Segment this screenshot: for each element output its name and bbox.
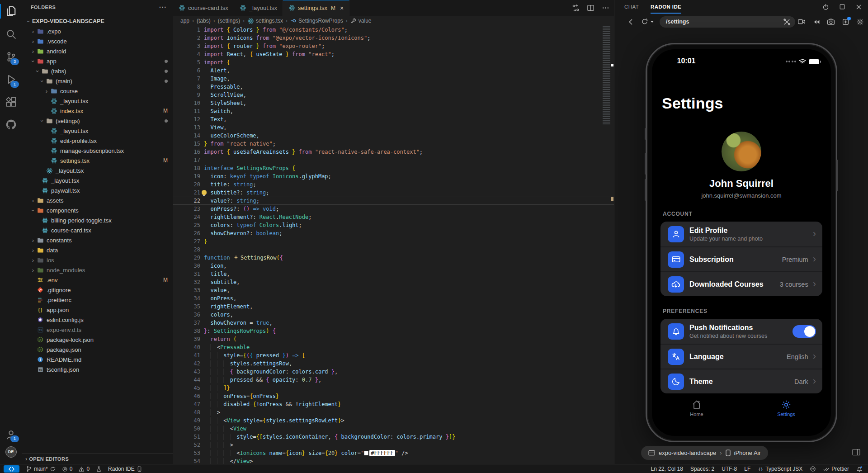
panel-tab-radon-ide[interactable]: RADON IDE [651, 0, 681, 14]
tree-item-tsconfig-json[interactable]: TStsconfig.json [22, 364, 173, 374]
tree-item--expo[interactable]: ›.expo [22, 26, 173, 36]
code-line-52[interactable]: 52 > [173, 441, 614, 449]
language-mode[interactable]: {}TypeScript JSX [758, 466, 802, 472]
explorer-icon[interactable] [0, 0, 22, 23]
tree-item--prettierrc[interactable]: .prettierrc [22, 295, 173, 305]
code-line-39[interactable]: 39 return ( [173, 335, 614, 343]
code-line-30[interactable]: 30 icon, [173, 262, 614, 270]
code-line-29[interactable]: 29function SettingsRow({ [173, 254, 614, 262]
tab-settings[interactable]: Settings [759, 399, 813, 417]
code-line-28[interactable]: 28 [173, 246, 614, 254]
copilot[interactable] [810, 466, 816, 472]
settings-row-push-notifications[interactable]: Push NotificationsGet notified about new… [660, 319, 822, 344]
tree-item--gitignore[interactable]: .gitignore [22, 285, 173, 295]
code-area[interactable]: 1import { Colors } from "@/constants/Col… [173, 26, 614, 464]
errors[interactable]: 0 [62, 466, 73, 472]
reload-icon[interactable] [641, 18, 648, 25]
tree-item-constants[interactable]: ›constants [22, 235, 173, 245]
code-line-18[interactable]: 18interface SettingsRowProps { [173, 164, 614, 172]
code-line-43[interactable]: 43 { backgroundColor: colors.card }, [173, 368, 614, 376]
tree-item--layout-tsx[interactable]: _layout.tsx [22, 166, 173, 175]
code-line-16[interactable]: 16import { useSafeAreaInsets } from "rea… [173, 148, 614, 156]
tree-item-paywall-tsx[interactable]: paywall.tsx [22, 185, 173, 195]
code-line-11[interactable]: 11 Switch, [173, 107, 614, 115]
cursor-position[interactable]: Ln 22, Col 18 [651, 466, 683, 472]
code-line-13[interactable]: 13 View, [173, 123, 614, 132]
tree-item-package-lock-json[interactable]: JSpackage-lock.json [22, 335, 173, 345]
code-line-32[interactable]: 32 subtitle, [173, 278, 614, 286]
tree-item--layout-tsx[interactable]: _layout.tsx [22, 96, 173, 106]
code-line-51[interactable]: 51 style={[styles.iconContainer, { backg… [173, 433, 614, 441]
code-line-33[interactable]: 33 value, [173, 286, 614, 294]
github-icon[interactable] [0, 113, 22, 136]
tree-item-ios[interactable]: ›ios [22, 255, 173, 265]
code-line-8[interactable]: 8 Pressable, [173, 83, 614, 91]
tab--layout-tsx[interactable]: _layout.tsx [234, 0, 283, 16]
tree-item-package-json[interactable]: JSpackage.json [22, 345, 173, 355]
tree-item-eslint-config-js[interactable]: eslint.config.js [22, 315, 173, 325]
code-line-15[interactable]: 15} from "react-native"; [173, 140, 614, 148]
tree-item-app-json[interactable]: {}app.json [22, 305, 173, 315]
code-line-34[interactable]: 34 onPress, [173, 294, 614, 303]
code-line-21[interactable]: 21 subtitle?: string; [173, 189, 614, 197]
code-line-50[interactable]: 50 <View [173, 425, 614, 433]
debug-badge-icon[interactable] [842, 18, 849, 26]
code-line-9[interactable]: 9 ScrollView, [173, 91, 614, 99]
profile-avatar[interactable] [722, 132, 761, 171]
code-line-47[interactable]: 47 disabled={!onPress && !rightElement} [173, 400, 614, 408]
tree-item-settings-tsx[interactable]: settings.tsxM [22, 156, 173, 166]
settings-row-language[interactable]: LanguageEnglish› [660, 344, 822, 369]
code-line-31[interactable]: 31 title, [173, 270, 614, 278]
tree-item--settings-[interactable]: ›(settings) [22, 116, 173, 126]
settings-row-edit-profile[interactable]: Edit ProfileUpdate your name and photo› [660, 222, 822, 246]
code-line-49[interactable]: 49 <View style={styles.settingsRowLeft}> [173, 416, 614, 425]
code-line-46[interactable]: 46 onPress={onPress} [173, 392, 614, 400]
tree-root[interactable]: ›EXPO-VIDEO-LANDSCAPE [22, 16, 173, 26]
tree-item-app[interactable]: ›app [22, 56, 173, 66]
code-line-3[interactable]: 3import { router } from "expo-router"; [173, 42, 614, 50]
code-line-20[interactable]: 20 title: string; [173, 180, 614, 189]
extensions-icon[interactable] [0, 90, 22, 113]
url-bar[interactable]: /settings [660, 16, 795, 28]
split-icon[interactable] [587, 4, 594, 12]
phone-screen[interactable]: 10:01 Settings John Squirrel john.squirr… [652, 49, 831, 436]
tree-item-manage-subscription-tsx[interactable]: manage-subscription.tsx [22, 146, 173, 156]
code-line-4[interactable]: 4import React, { useState } from "react"… [173, 50, 614, 58]
close-icon[interactable] [855, 4, 862, 10]
breadcrumb-item[interactable]: app [180, 18, 189, 24]
tree-item--layout-tsx[interactable]: _layout.tsx [22, 175, 173, 185]
tree-item--vscode[interactable]: ›.vscode [22, 36, 173, 46]
caret-icon[interactable] [650, 20, 654, 24]
power-icon[interactable] [822, 4, 829, 10]
settings-row-subscription[interactable]: SubscriptionPremium› [660, 246, 822, 271]
code-line-36[interactable]: 36 colors, [173, 311, 614, 319]
code-line-14[interactable]: 14 useColorScheme, [173, 132, 614, 140]
breadcrumb-item[interactable]: SettingsRowProps [290, 18, 343, 24]
code-line-27[interactable]: 27} [173, 237, 614, 246]
code-line-44[interactable]: 44 pressed && { opacity: 0.7 }, [173, 376, 614, 384]
toggle-switch[interactable] [793, 325, 816, 338]
code-line-6[interactable]: 6 Alert, [173, 66, 614, 75]
warnings[interactable]: 0 [79, 466, 90, 472]
tree-item-node-modules[interactable]: ›node_modules [22, 265, 173, 275]
notifications[interactable] [856, 466, 863, 472]
settings-row-theme[interactable]: ThemeDark› [660, 369, 822, 393]
breadcrumb-item[interactable]: value [350, 18, 372, 24]
indentation[interactable]: Spaces: 2 [690, 466, 714, 472]
code-line-24[interactable]: 24 rightElement?: React.ReactNode; [173, 213, 614, 221]
rewind-icon[interactable] [812, 18, 820, 26]
code-line-37[interactable]: 37 showChevron = true, [173, 319, 614, 327]
tab-settings-tsx[interactable]: settings.tsxM× [283, 0, 349, 16]
code-line-38[interactable]: 38}: SettingsRowProps) { [173, 327, 614, 335]
code-line-1[interactable]: 1import { Colors } from "@/constants/Col… [173, 26, 614, 34]
code-line-48[interactable]: 48 > [173, 408, 614, 416]
close-icon[interactable]: × [340, 5, 344, 12]
run-debug-icon[interactable]: 1 [0, 68, 22, 90]
profile-icon[interactable]: DE [0, 443, 22, 460]
iphone-simulator[interactable]: 10:01 Settings John Squirrel john.squirr… [646, 43, 837, 442]
overview-ruler[interactable] [611, 26, 614, 464]
code-line-41[interactable]: 41 style={({ pressed }) => [ [173, 351, 614, 359]
eol[interactable]: LF [744, 466, 750, 472]
code-line-42[interactable]: 42 styles.settingsRow, [173, 359, 614, 368]
tree-item-index-tsx[interactable]: index.tsxM [22, 106, 173, 116]
